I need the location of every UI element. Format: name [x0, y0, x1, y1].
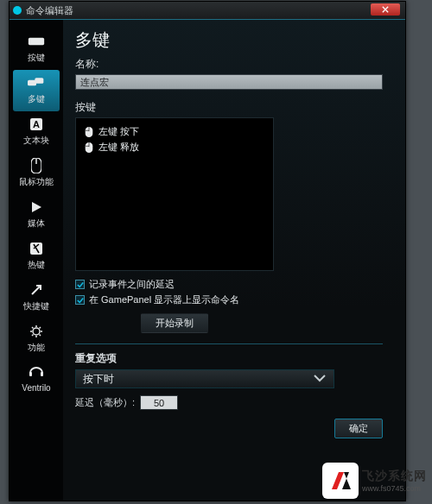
mouse-icon	[85, 142, 93, 153]
divider	[75, 343, 383, 344]
sidebar-item-media[interactable]: 媒体	[10, 194, 63, 236]
sidebar-item-keystroke[interactable]: 按键	[10, 28, 63, 70]
delay-input[interactable]	[140, 395, 178, 410]
repeat-heading: 重复选项	[75, 351, 393, 366]
command-editor-window: 命令编辑器 按键 多键 A 文本块 鼠标功能 媒体	[9, 1, 406, 501]
titlebar: 命令编辑器	[10, 2, 405, 19]
sidebar: 按键 多键 A 文本块 鼠标功能 媒体 热键	[10, 20, 63, 501]
sidebar-item-label: 快捷键	[23, 300, 49, 312]
ok-button[interactable]: 确定	[334, 419, 383, 438]
hotkeys-icon	[28, 242, 45, 255]
watermark: 飞沙系统网 www.fs0745.com	[322, 463, 427, 499]
close-icon	[382, 6, 389, 13]
media-icon	[28, 200, 45, 214]
sidebar-item-mouse[interactable]: 鼠标功能	[10, 153, 63, 194]
sidebar-item-label: 文本块	[23, 135, 49, 147]
svg-rect-2	[35, 78, 43, 84]
mouse-icon	[28, 159, 45, 173]
panel-heading: 多键	[75, 28, 393, 52]
sidebar-item-multikey[interactable]: 多键	[13, 70, 60, 111]
sidebar-item-hotkeys[interactable]: 热键	[10, 236, 63, 277]
checkbox-icon	[75, 295, 85, 305]
mouse-icon	[85, 127, 93, 137]
recorded-row: 左键 按下	[85, 125, 264, 138]
multikey-icon	[28, 76, 45, 90]
start-record-button[interactable]: 开始录制	[141, 313, 208, 333]
sidebar-item-label: Ventrilo	[22, 383, 50, 393]
window-title: 命令编辑器	[26, 4, 73, 17]
recorded-row: 左键 释放	[85, 141, 264, 154]
sidebar-item-label: 媒体	[28, 217, 45, 230]
delay-label: 延迟（毫秒）:	[75, 396, 135, 409]
checkbox-icon	[75, 280, 85, 289]
svg-rect-0	[29, 38, 44, 45]
close-button[interactable]	[371, 3, 400, 16]
checkbox-record-delay[interactable]: 记录事件之间的延迟	[75, 278, 393, 291]
recorded-text: 左键 释放	[98, 141, 139, 154]
keystroke-icon	[28, 35, 45, 48]
svg-text:A: A	[33, 119, 40, 129]
function-icon	[28, 324, 45, 338]
shortcut-icon	[28, 283, 45, 297]
sidebar-item-textblock[interactable]: A 文本块	[10, 111, 63, 153]
sidebar-item-label: 按键	[28, 52, 45, 64]
sidebar-item-label: 功能	[28, 342, 45, 354]
sidebar-item-label: 鼠标功能	[19, 176, 54, 188]
app-logo-icon	[13, 6, 22, 15]
sidebar-item-label: 多键	[28, 93, 45, 105]
sidebar-item-label: 热键	[28, 259, 45, 271]
name-input[interactable]	[75, 74, 383, 90]
recorded-keys-box[interactable]: 左键 按下 左键 释放	[75, 117, 274, 271]
recorded-text: 左键 按下	[98, 125, 139, 138]
checkbox-label: 记录事件之间的延迟	[89, 278, 175, 291]
keys-label: 按键	[75, 100, 393, 115]
dropdown-value: 按下时	[83, 372, 114, 387]
name-label: 名称:	[75, 57, 393, 72]
chevron-down-icon	[313, 373, 327, 385]
watermark-name: 飞沙系统网	[362, 469, 427, 484]
watermark-logo-icon	[322, 463, 359, 499]
svg-rect-8	[41, 372, 43, 376]
watermark-url: www.fs0745.com	[362, 484, 427, 493]
repeat-mode-dropdown[interactable]: 按下时	[75, 369, 334, 388]
window-body: 按键 多键 A 文本块 鼠标功能 媒体 热键	[10, 19, 405, 501]
svg-point-6	[33, 328, 40, 335]
sidebar-item-ventrilo[interactable]: Ventrilo	[10, 360, 63, 399]
checkbox-label: 在 GamePanel 显示器上显示命令名	[89, 293, 239, 306]
sidebar-item-shortcut[interactable]: 快捷键	[10, 277, 63, 318]
textblock-icon: A	[28, 117, 45, 131]
sidebar-item-function[interactable]: 功能	[10, 318, 63, 360]
svg-rect-7	[29, 372, 32, 376]
content-panel: 多键 名称: 按键 左键 按下 左键 释放 记录事件之间的延迟	[63, 20, 405, 501]
ventrilo-icon	[28, 366, 45, 380]
checkbox-show-name[interactable]: 在 GamePanel 显示器上显示命令名	[75, 293, 393, 306]
